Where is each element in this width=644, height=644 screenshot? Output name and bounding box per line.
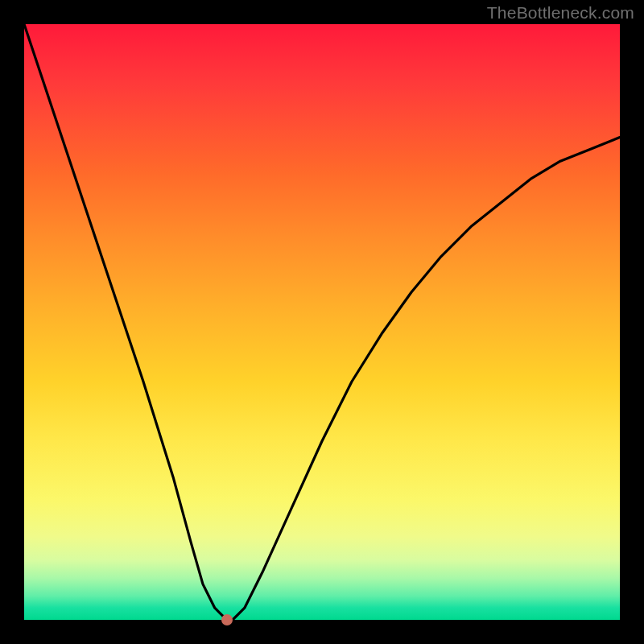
optimal-point-marker xyxy=(221,614,233,625)
bottleneck-curve xyxy=(24,24,620,620)
watermark-text: TheBottleneck.com xyxy=(487,3,634,23)
chart-frame: TheBottleneck.com xyxy=(0,0,644,644)
plot-area xyxy=(24,24,620,620)
